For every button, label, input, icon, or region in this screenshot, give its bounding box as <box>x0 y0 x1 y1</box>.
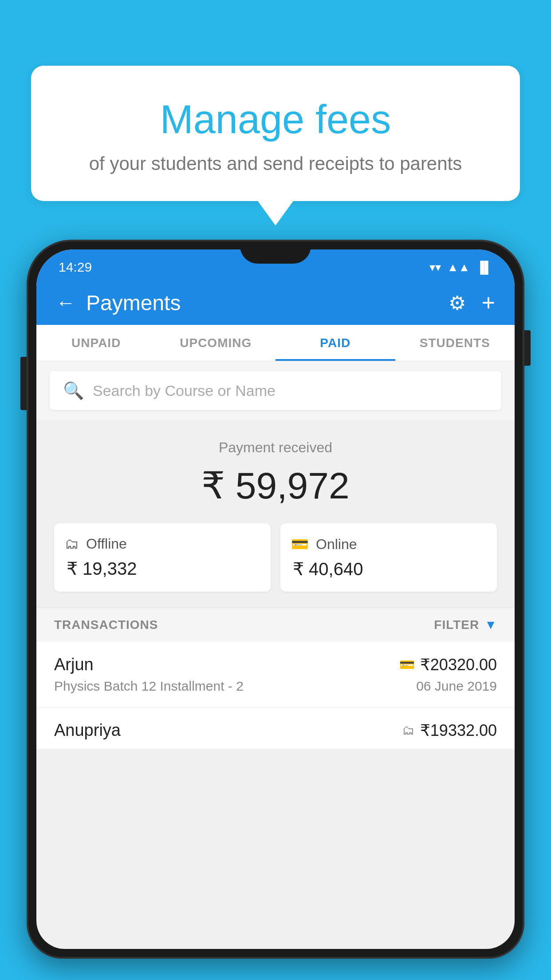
payment-summary: Payment received ₹ 59,972 🗂 Offline ₹ 19… <box>36 420 515 608</box>
transaction-amount-row-2: 🗂 ₹19332.00 <box>402 721 497 740</box>
offline-label: Offline <box>86 536 127 552</box>
filter-row[interactable]: FILTER ▼ <box>434 618 497 632</box>
online-card-header: 💳 Online <box>291 536 357 553</box>
online-amount: ₹ 40,640 <box>291 559 363 579</box>
payment-cards: 🗂 Offline ₹ 19,332 💳 Online ₹ 40,640 <box>54 523 497 592</box>
settings-icon[interactable]: ⚙ <box>449 292 466 314</box>
search-box[interactable]: 🔍 Search by Course or Name <box>50 371 501 410</box>
transaction-name-2: Anupriya <box>54 721 121 740</box>
tab-students[interactable]: STUDENTS <box>395 325 515 361</box>
transaction-amount: ₹20320.00 <box>420 656 497 674</box>
filter-label: FILTER <box>434 618 479 632</box>
transaction-row-top-2: Anupriya 🗂 ₹19332.00 <box>54 721 497 740</box>
transaction-amount-2: ₹19332.00 <box>420 721 497 740</box>
offline-card: 🗂 Offline ₹ 19,332 <box>54 523 271 592</box>
online-icon: 💳 <box>291 536 309 553</box>
phone-screen: 14:29 ▾▾ ▲▲ ▐▌ ← Payments ⚙ + <box>36 249 515 949</box>
add-button[interactable]: + <box>482 289 495 316</box>
speech-bubble-title: Manage fees <box>67 97 484 142</box>
transactions-label: TRANSACTIONS <box>54 618 158 632</box>
card-payment-icon: 💳 <box>399 657 415 672</box>
header-title: Payments <box>86 291 181 315</box>
offline-icon: 🗂 <box>65 536 79 552</box>
wifi-icon: ▾▾ <box>429 261 441 274</box>
transaction-date: 06 June 2019 <box>416 679 497 694</box>
tab-paid[interactable]: PAID <box>276 325 395 361</box>
status-icons: ▾▾ ▲▲ ▐▌ <box>429 261 492 274</box>
transaction-course: Physics Batch 12 Installment - 2 <box>54 679 244 694</box>
header-right: ⚙ + <box>449 289 495 316</box>
tab-unpaid[interactable]: UNPAID <box>36 325 156 361</box>
header-left: ← Payments <box>56 291 181 315</box>
transaction-name: Arjun <box>54 655 94 674</box>
offline-amount: ₹ 19,332 <box>65 558 137 579</box>
offline-payment-icon: 🗂 <box>402 723 415 738</box>
speech-bubble-subtitle: of your students and send receipts to pa… <box>67 153 484 174</box>
tabs-bar: UNPAID UPCOMING PAID STUDENTS <box>36 325 515 361</box>
search-input[interactable]: Search by Course or Name <box>93 382 276 399</box>
signal-icon: ▲▲ <box>447 261 470 274</box>
transaction-item-arjun[interactable]: Arjun 💳 ₹20320.00 Physics Batch 12 Insta… <box>36 642 515 707</box>
search-icon: 🔍 <box>63 381 84 400</box>
phone-frame: 14:29 ▾▾ ▲▲ ▐▌ ← Payments ⚙ + <box>27 240 524 959</box>
status-time: 14:29 <box>59 260 92 275</box>
offline-card-header: 🗂 Offline <box>65 536 127 552</box>
speech-bubble: Manage fees of your students and send re… <box>31 66 520 201</box>
back-button[interactable]: ← <box>56 292 75 314</box>
online-label: Online <box>316 536 357 553</box>
app-header: ← Payments ⚙ + <box>36 281 515 325</box>
payment-received-label: Payment received <box>54 439 497 456</box>
battery-icon: ▐▌ <box>476 261 492 274</box>
transaction-row-bottom: Physics Batch 12 Installment - 2 06 June… <box>54 679 497 694</box>
phone-notch <box>240 241 311 264</box>
payment-total-amount: ₹ 59,972 <box>54 464 497 507</box>
search-section: 🔍 Search by Course or Name <box>36 361 515 420</box>
online-card: 💳 Online ₹ 40,640 <box>280 523 497 592</box>
tab-upcoming[interactable]: UPCOMING <box>156 325 276 361</box>
phone-mockup: 14:29 ▾▾ ▲▲ ▐▌ ← Payments ⚙ + <box>27 240 524 980</box>
transaction-row-top: Arjun 💳 ₹20320.00 <box>54 655 497 674</box>
transaction-amount-row: 💳 ₹20320.00 <box>399 656 497 674</box>
filter-icon: ▼ <box>484 618 497 632</box>
transaction-item-anupriya[interactable]: Anupriya 🗂 ₹19332.00 <box>36 707 515 749</box>
transactions-header: TRANSACTIONS FILTER ▼ <box>36 608 515 642</box>
speech-bubble-pointer <box>258 201 293 225</box>
speech-bubble-section: Manage fees of your students and send re… <box>31 66 520 225</box>
